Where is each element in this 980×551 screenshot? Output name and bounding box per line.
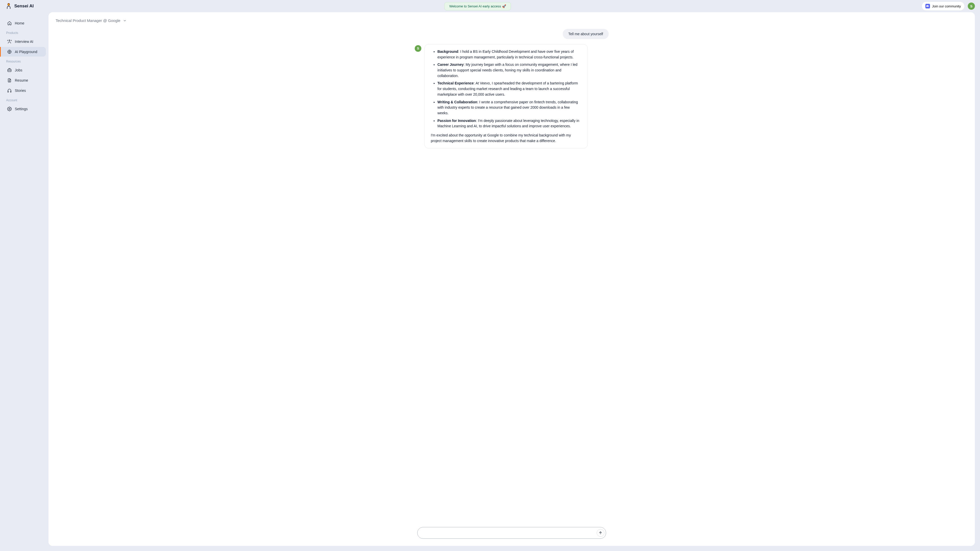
arrow-up-icon [598, 531, 603, 535]
main-panel: Technical Product Manager @ Google Tell … [48, 12, 975, 546]
bullet-career-journey: Career Journey: My journey began with a … [438, 62, 581, 79]
join-community-button[interactable]: Join our community [921, 2, 965, 11]
briefcase-icon [7, 68, 12, 73]
chat-input[interactable] [423, 528, 597, 537]
assistant-avatar: S [415, 45, 422, 52]
user-avatar[interactable]: S [968, 3, 975, 10]
sidebar-item-label: Home [15, 21, 24, 25]
home-icon [7, 21, 12, 25]
svg-rect-5 [8, 91, 8, 92]
brand-logo-icon [5, 3, 12, 10]
gear-icon [7, 106, 12, 111]
sidebar-item-jobs[interactable]: Jobs [0, 65, 46, 75]
header-right: Join our community S [921, 2, 975, 11]
sidebar-section-products: Products [0, 29, 46, 36]
top-header: Sensei AI Welcome to Sensei AI early acc… [0, 0, 980, 12]
context-title[interactable]: Technical Product Manager @ Google [56, 18, 121, 23]
discord-icon [925, 4, 930, 8]
assistant-closing: I'm excited about the opportunity at Goo… [431, 133, 581, 144]
document-icon [7, 78, 12, 83]
sidebar-item-ai-playground[interactable]: AI Playground [0, 47, 46, 57]
ai-playground-icon [7, 49, 12, 54]
sidebar-item-label: AI Playground [15, 50, 37, 54]
brand-name: Sensei AI [14, 3, 34, 9]
sidebar-section-account: Account [0, 96, 46, 103]
welcome-banner: Welcome to Sensei AI early access 🚀 [444, 2, 511, 11]
sidebar-item-stories[interactable]: Stories [0, 86, 46, 95]
interview-ai-icon [7, 39, 12, 44]
svg-point-0 [8, 4, 10, 6]
svg-point-7 [9, 108, 10, 110]
join-community-label: Join our community [932, 4, 961, 8]
bullet-writing-collaboration: Writing & Collaboration: I wrote a compr… [438, 100, 581, 116]
brand[interactable]: Sensei AI [5, 3, 34, 10]
headphones-icon [7, 88, 12, 93]
sidebar-item-label: Jobs [15, 68, 22, 72]
svg-point-3 [9, 51, 10, 52]
sidebar-section-resources: Resources [0, 57, 46, 65]
sidebar-item-interview-ai[interactable]: Interview AI [0, 37, 46, 46]
sidebar-item-label: Stories [15, 89, 26, 93]
bullet-background: Background: I hold a BS in Early Childho… [438, 49, 581, 60]
sidebar-item-label: Settings [15, 107, 28, 111]
chat-input-container [417, 527, 606, 539]
svg-point-1 [9, 40, 10, 41]
sidebar-item-label: Interview AI [15, 40, 33, 44]
chevron-down-icon[interactable] [123, 19, 127, 22]
send-button[interactable] [597, 529, 605, 537]
bullet-passion-innovation: Passion for Innovation: I'm deeply passi… [438, 118, 581, 129]
sidebar-item-resume[interactable]: Resume [0, 76, 46, 85]
bullet-technical-experience: Technical Experience: At Veevo, I spearh… [438, 81, 581, 97]
assistant-message: Background: I hold a BS in Early Childho… [425, 44, 588, 148]
conversation-area: Tell me about yourself S Background: I h… [48, 24, 975, 527]
sidebar-item-home[interactable]: Home [0, 18, 46, 28]
user-message: Tell me about yourself [563, 29, 609, 39]
sidebar-item-label: Resume [15, 78, 28, 83]
svg-rect-6 [11, 91, 11, 92]
sidebar: Home Products Interview AI AI Playground… [0, 12, 48, 551]
sidebar-item-settings[interactable]: Settings [0, 104, 46, 114]
